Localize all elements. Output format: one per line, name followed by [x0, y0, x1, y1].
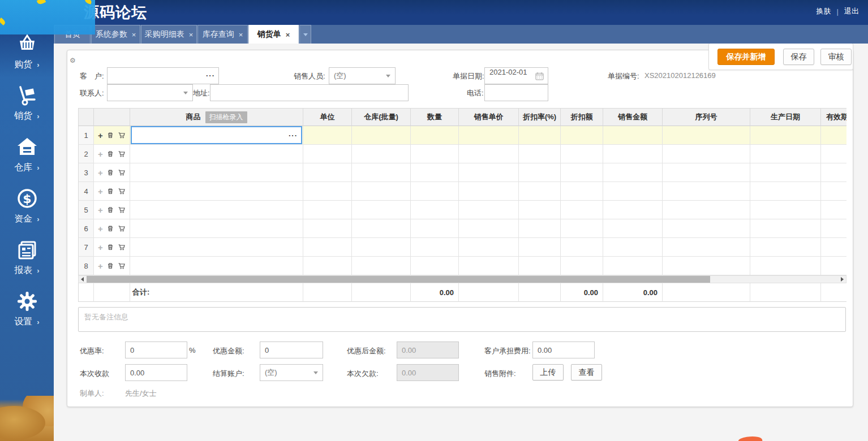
- tab-bar: 首页 系统参数 × 采购明细表 × 库存查询 × 销货单 ×: [0, 25, 868, 44]
- customer-fee-label: 客户承担费用:: [484, 346, 531, 356]
- cart-row-icon[interactable]: [118, 262, 126, 270]
- sidebar-item-settings[interactable]: 设置›: [0, 290, 54, 340]
- received-label: 本次收款: [80, 369, 109, 379]
- close-icon[interactable]: ×: [132, 31, 136, 38]
- customer-picker-icon[interactable]: ···: [206, 71, 215, 80]
- leaf-decoration: [0, 18, 6, 25]
- debt-field: [397, 364, 459, 381]
- customer-fee-field[interactable]: [532, 341, 595, 358]
- col-unit-price: 销售单价: [459, 108, 519, 126]
- header-divider: |: [837, 7, 839, 16]
- cart-row-icon[interactable]: [118, 131, 126, 139]
- col-discount-rate: 折扣率(%): [519, 108, 561, 126]
- action-toolbar: 保存并新增 保存 审核: [708, 43, 853, 70]
- cart-row-icon[interactable]: [118, 243, 126, 251]
- product-input[interactable]: ···: [131, 126, 302, 144]
- sidebar-item-purchase[interactable]: 购货›: [0, 33, 54, 83]
- scrollbar-thumb[interactable]: [87, 276, 710, 283]
- add-row-icon[interactable]: +: [98, 224, 103, 233]
- total-label: 合计:: [130, 283, 303, 302]
- top-header: 源码论坛 换肤 | 退出: [0, 0, 868, 25]
- add-row-icon[interactable]: +: [98, 206, 103, 214]
- chevron-down-icon: [183, 92, 188, 94]
- cart-row-icon[interactable]: [118, 187, 126, 195]
- delete-row-icon[interactable]: [106, 243, 114, 251]
- sales-order-panel: ⚙ 客 户: ··· 销售人员: (空) 单据日期: 2021-02-01 单据…: [67, 50, 853, 407]
- scrollbar-track[interactable]: [86, 276, 839, 283]
- save-button[interactable]: 保存: [783, 49, 814, 65]
- change-skin-link[interactable]: 换肤: [817, 6, 831, 16]
- total-quantity: 0.00: [411, 288, 458, 297]
- scroll-left-icon[interactable]: [79, 276, 86, 283]
- discount-amount-field[interactable]: [260, 341, 323, 358]
- doc-date-field[interactable]: 2021-02-01: [484, 67, 548, 84]
- discount-amount-label: 优惠金额:: [213, 346, 244, 356]
- tab-purchase-detail[interactable]: 采购明细表 ×: [141, 25, 197, 44]
- remark-textarea[interactable]: [78, 307, 846, 332]
- calendar-icon[interactable]: [535, 72, 544, 80]
- discount-rate-field[interactable]: [125, 341, 187, 358]
- cart-row-icon[interactable]: [118, 224, 126, 232]
- add-row-icon[interactable]: +: [98, 131, 103, 140]
- add-row-icon[interactable]: +: [98, 187, 103, 196]
- phone-field[interactable]: [484, 84, 548, 101]
- add-row-icon[interactable]: +: [98, 150, 103, 158]
- delete-row-icon[interactable]: [106, 187, 114, 195]
- sidebar-item-funds[interactable]: $ 资金›: [0, 187, 54, 237]
- address-label: 地址:: [193, 88, 210, 98]
- tab-list-dropdown[interactable]: [299, 25, 311, 44]
- chevron-down-icon: [313, 371, 318, 374]
- chevron-right-icon: ›: [37, 266, 39, 275]
- tab-sales-order[interactable]: 销货单 ×: [248, 25, 299, 44]
- add-row-icon[interactable]: +: [98, 243, 103, 252]
- upload-button[interactable]: 上传: [532, 364, 564, 381]
- warehouse-icon: [16, 136, 38, 158]
- tab-stock-query[interactable]: 库存查询 ×: [197, 25, 248, 44]
- delete-row-icon[interactable]: [106, 150, 114, 158]
- salesperson-select[interactable]: (空): [329, 67, 396, 84]
- delete-row-icon[interactable]: [106, 168, 114, 176]
- horizontal-scrollbar[interactable]: [78, 275, 846, 283]
- audit-button[interactable]: 审核: [820, 49, 852, 65]
- contact-label: 联系人:: [80, 88, 104, 98]
- scan-gun-entry-button[interactable]: 扫描枪录入: [205, 111, 247, 123]
- tab-system-params[interactable]: 系统参数 ×: [91, 25, 140, 44]
- close-icon[interactable]: ×: [239, 31, 243, 38]
- sidebar-item-reports[interactable]: 报表›: [0, 239, 54, 288]
- logout-link[interactable]: 退出: [844, 6, 859, 16]
- received-field[interactable]: [125, 364, 187, 381]
- basket-icon: [16, 33, 38, 55]
- close-icon[interactable]: ×: [189, 31, 194, 38]
- sidebar-item-warehouse[interactable]: 仓库›: [0, 136, 54, 185]
- customer-field[interactable]: ···: [107, 67, 219, 84]
- discount-rate-label: 优惠率:: [80, 346, 104, 356]
- table-header-row: 商品 扫描枪录入 单位 仓库(批量) 数量 销售单价 折扣率(%) 折扣额 销售…: [78, 108, 846, 126]
- scroll-right-icon[interactable]: [839, 276, 846, 283]
- phone-label: 电话:: [467, 88, 484, 98]
- sidebar-item-sales[interactable]: 销货›: [0, 84, 54, 134]
- delete-row-icon[interactable]: [106, 206, 114, 214]
- view-button[interactable]: 查看: [571, 364, 602, 381]
- settle-account-select[interactable]: (空): [260, 364, 323, 381]
- delete-row-icon[interactable]: [106, 131, 114, 139]
- add-row-icon[interactable]: +: [98, 168, 103, 177]
- total-discount-amount: 0.00: [561, 288, 603, 297]
- cart-row-icon[interactable]: [118, 206, 126, 214]
- table-row: 8 +: [78, 257, 846, 275]
- delete-row-icon[interactable]: [106, 224, 114, 232]
- contact-select[interactable]: [107, 84, 193, 101]
- chevron-down-icon: [303, 33, 308, 36]
- address-field[interactable]: [210, 84, 409, 101]
- add-row-icon[interactable]: +: [98, 262, 103, 270]
- cart-row-icon[interactable]: [118, 168, 126, 176]
- save-and-new-button[interactable]: 保存并新增: [717, 49, 775, 65]
- chevron-right-icon: ›: [37, 215, 39, 223]
- delete-row-icon[interactable]: [106, 262, 114, 270]
- form-settings-gear-icon[interactable]: ⚙: [70, 57, 76, 64]
- debt-label: 本次欠款:: [347, 369, 379, 379]
- cart-row-icon[interactable]: [118, 150, 126, 158]
- totals-row: 合计: 0.00 0.00 0.00: [78, 283, 846, 302]
- product-picker-icon[interactable]: ···: [289, 131, 298, 140]
- close-icon[interactable]: ×: [286, 31, 290, 38]
- col-sales-amount: 销售金额: [603, 108, 663, 126]
